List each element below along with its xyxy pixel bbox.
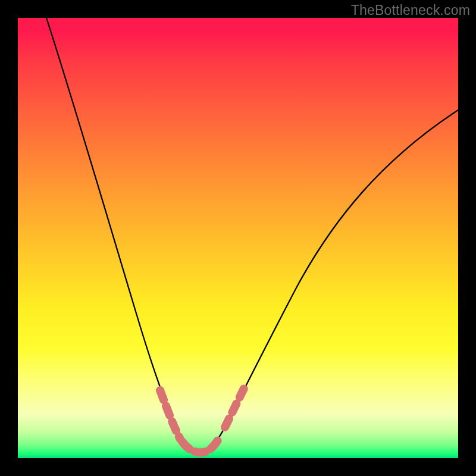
bottleneck-curve-path xyxy=(46,18,458,452)
highlight-left xyxy=(160,390,180,439)
curve-svg xyxy=(18,18,458,458)
highlight-bottom xyxy=(182,439,219,452)
highlight-right xyxy=(225,389,244,427)
chart-frame: TheBottleneck.com xyxy=(0,0,476,476)
plot-area xyxy=(18,18,458,458)
watermark-text: TheBottleneck.com xyxy=(351,2,470,18)
